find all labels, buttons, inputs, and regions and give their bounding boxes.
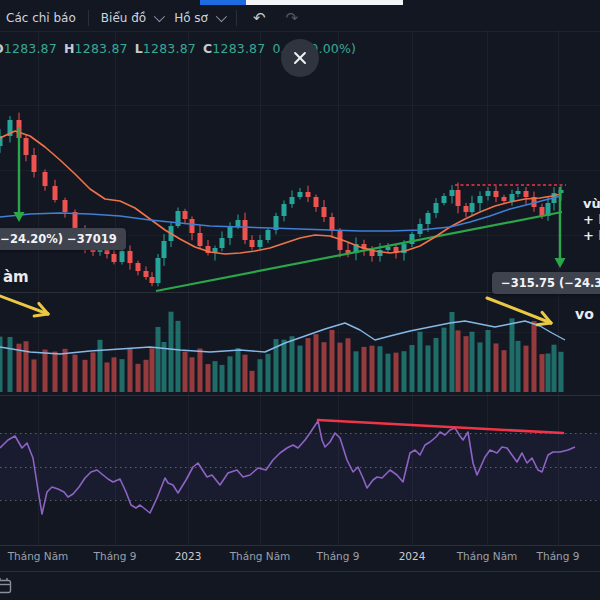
time-axis[interactable]: Tháng NămTháng 92023Tháng NămTháng 92024…: [0, 546, 600, 571]
measure-label-left[interactable]: (−24.20%) −37019: [0, 228, 126, 250]
annotation-text-volume[interactable]: vo: [575, 306, 594, 322]
time-axis-label: 2023: [175, 550, 202, 562]
time-axis-label: 2024: [399, 550, 426, 562]
time-axis-label: Tháng Năm: [8, 550, 69, 562]
main-candles: [0, 113, 564, 287]
rsi-pane: [0, 433, 600, 501]
time-axis-label: Tháng 9: [94, 550, 137, 562]
time-axis-label: Tháng Năm: [230, 550, 291, 562]
freehand-arrow-yellow[interactable]: [487, 298, 551, 325]
measure-arrow-green[interactable]: [14, 127, 25, 222]
measure-label-right[interactable]: −315.75 (−24.33%) −315: [492, 272, 600, 294]
chart-canvas[interactable]: [0, 0, 600, 600]
calendar-icon[interactable]: [0, 577, 13, 595]
time-axis-label: Tháng Năm: [457, 550, 518, 562]
annotation-line: + l: [583, 228, 600, 244]
annotation-line: vù: [583, 196, 600, 212]
annotation-text-right[interactable]: vù+ l+ l: [583, 196, 600, 244]
time-axis-label: Tháng 9: [537, 550, 580, 562]
bottom-bar: [0, 572, 600, 600]
annotation-text-left[interactable]: àm: [3, 268, 29, 286]
freehand-arrow-yellow[interactable]: [0, 293, 48, 316]
annotation-line: + l: [583, 212, 600, 228]
rsi-trendline-red[interactable]: [318, 420, 563, 433]
time-axis-label: Tháng 9: [317, 550, 360, 562]
